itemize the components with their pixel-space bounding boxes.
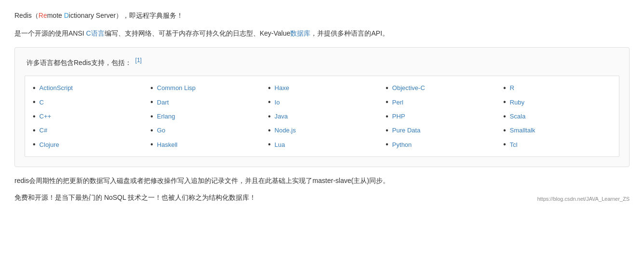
lang-item-c-[interactable]: C#: [33, 123, 141, 137]
lang-item-scala[interactable]: Scala: [503, 109, 611, 123]
lang-item-haskell[interactable]: Haskell: [150, 138, 258, 152]
lang-column-4: RRubyScalaSmalltalkTcl: [498, 81, 616, 152]
bottom-line2: 免费和开源！是当下最热门的 NoSQL 技术之一！也被人们称之为结构化数据库！: [14, 192, 256, 204]
lang-item-clojure[interactable]: Clojure: [33, 138, 141, 152]
link-clang[interactable]: C语言: [86, 29, 105, 37]
ref-link[interactable]: [1]: [135, 57, 142, 64]
bottom-line1: redis会周期性的把更新的数据写入磁盘或者把修改操作写入追加的记录文件，并且在…: [14, 175, 630, 187]
languages-box: 许多语言都包含Redis支持，包括： [1] ActionScriptCC++C…: [14, 47, 630, 167]
lang-item-haxe[interactable]: Haxe: [268, 81, 376, 95]
highlight-d: D: [64, 12, 69, 19]
box-header-text: 许多语言都包含Redis支持，包括：: [27, 59, 132, 66]
lang-item-ruby[interactable]: Ruby: [503, 95, 611, 109]
lang-item-pure-data[interactable]: Pure Data: [386, 123, 494, 137]
lang-item-dart[interactable]: Dart: [150, 95, 258, 109]
lang-item-tcl[interactable]: Tcl: [503, 138, 611, 152]
line2-suffix: ，并提供多种语言的API。: [310, 29, 389, 37]
lang-item-c--[interactable]: C++: [33, 109, 141, 123]
lang-item-perl[interactable]: Perl: [386, 95, 494, 109]
lang-item-node-js[interactable]: Node.js: [268, 123, 376, 137]
link-database[interactable]: 数据库: [290, 29, 310, 37]
footer-line: 免费和开源！是当下最热门的 NoSQL 技术之一！也被人们称之为结构化数据库！ …: [14, 192, 630, 204]
lang-item-objective-c[interactable]: Objective-C: [386, 81, 494, 95]
lang-item-php[interactable]: PHP: [386, 109, 494, 123]
intro-redis-text: Redis（: [14, 12, 39, 19]
languages-grid: ActionScriptCC++C#ClojureCommon LispDart…: [25, 76, 619, 157]
lang-item-smalltalk[interactable]: Smalltalk: [503, 123, 611, 137]
lang-column-2: HaxeIoJavaNode.jsLua: [263, 81, 381, 152]
lang-item-lua[interactable]: Lua: [268, 138, 376, 152]
lang-item-go[interactable]: Go: [150, 123, 258, 137]
lang-item-c[interactable]: C: [33, 95, 141, 109]
intro-line1: Redis（Remote Dictionary Server），即远程字典服务！: [14, 10, 630, 22]
lang-column-3: Objective-CPerlPHPPure DataPython: [381, 81, 498, 152]
box-header: 许多语言都包含Redis支持，包括： [1]: [25, 55, 619, 69]
highlight-re: Re: [39, 12, 47, 19]
lang-item-actionscript[interactable]: ActionScript: [33, 81, 141, 95]
lang-item-erlang[interactable]: Erlang: [150, 109, 258, 123]
footer-url: https://blog.csdn.net/JAVA_Learner_ZS: [537, 195, 630, 204]
intro-mote: mote: [47, 12, 64, 19]
line2-prefix: 是一个开源的使用ANSI: [14, 29, 86, 37]
lang-item-java[interactable]: Java: [268, 109, 376, 123]
lang-item-common-lisp[interactable]: Common Lisp: [150, 81, 258, 95]
intro-line2: 是一个开源的使用ANSI C语言编写、支持网络、可基于内存亦可持久化的日志型、K…: [14, 27, 630, 39]
lang-item-io[interactable]: Io: [268, 95, 376, 109]
lang-column-0: ActionScriptCC++C#Clojure: [28, 81, 146, 152]
line2-middle: 编写、支持网络、可基于内存亦可持久化的日志型、Key-Value: [105, 29, 291, 37]
lang-item-python[interactable]: Python: [386, 138, 494, 152]
lang-item-r[interactable]: R: [503, 81, 611, 95]
intro-ictionary: ictionary Server），即远程字典服务！: [69, 12, 183, 19]
lang-column-1: Common LispDartErlangGoHaskell: [146, 81, 263, 152]
